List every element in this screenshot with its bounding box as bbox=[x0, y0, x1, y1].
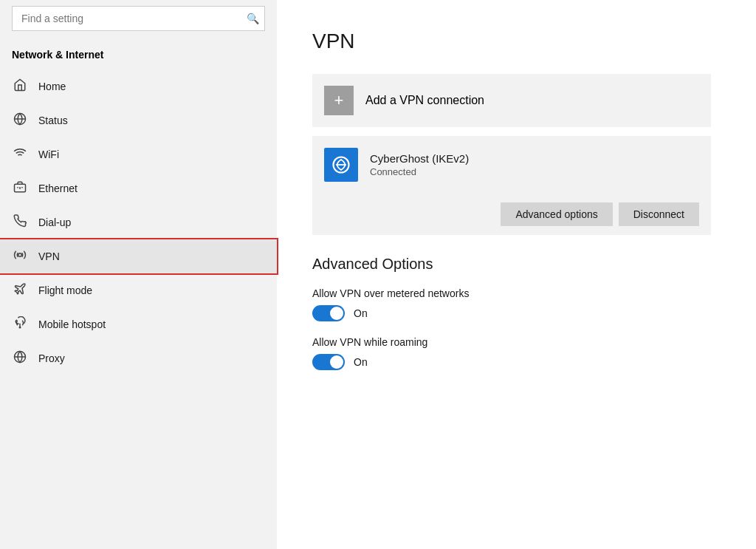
add-icon: + bbox=[324, 86, 354, 115]
sidebar-item-label: VPN bbox=[38, 250, 60, 262]
sidebar-item-label: Status bbox=[38, 115, 68, 126]
toggle-thumb-metered bbox=[330, 307, 343, 320]
section-label: Network & Internet bbox=[0, 43, 277, 69]
toggle-label-roaming: On bbox=[354, 356, 368, 368]
toggle-track-metered bbox=[312, 305, 345, 321]
search-icon: 🔍 bbox=[247, 13, 259, 24]
toggle-row-metered: On bbox=[312, 305, 721, 321]
vpn-name: CyberGhost (IKEv2) bbox=[370, 152, 469, 165]
wifi-icon bbox=[12, 146, 28, 163]
disconnect-button[interactable]: Disconnect bbox=[619, 202, 699, 226]
vpn-logo bbox=[324, 148, 358, 182]
toggle-label-metered: On bbox=[354, 307, 368, 319]
status-icon bbox=[12, 112, 28, 129]
sidebar-item-mobilehotspot[interactable]: Mobile hotspot bbox=[0, 307, 277, 341]
sidebar-item-label: WiFi bbox=[38, 149, 59, 160]
vpn-icon bbox=[12, 248, 28, 265]
option-roaming: Allow VPN while roaming On bbox=[312, 336, 721, 370]
sidebar-item-label: Home bbox=[38, 81, 66, 92]
ethernet-icon bbox=[12, 180, 28, 197]
sidebar-item-proxy[interactable]: Proxy bbox=[0, 341, 277, 375]
vpn-card-header: CyberGhost (IKEv2) Connected bbox=[312, 136, 711, 194]
option-metered-label: Allow VPN over metered networks bbox=[312, 287, 721, 299]
sidebar-item-ethernet[interactable]: Ethernet bbox=[0, 171, 277, 205]
sidebar-item-vpn[interactable]: VPN bbox=[0, 239, 277, 273]
advanced-options-button[interactable]: Advanced options bbox=[501, 202, 612, 226]
option-metered-networks: Allow VPN over metered networks On bbox=[312, 287, 721, 321]
add-vpn-label: Add a VPN connection bbox=[365, 94, 484, 107]
dialup-icon bbox=[12, 214, 28, 231]
advanced-options-title: Advanced Options bbox=[312, 256, 721, 273]
svg-point-7 bbox=[18, 253, 22, 257]
toggle-roaming[interactable] bbox=[312, 354, 345, 370]
sidebar-item-label: Proxy bbox=[38, 352, 65, 364]
vpn-card: CyberGhost (IKEv2) Connected Advanced op… bbox=[312, 136, 711, 235]
main-content: VPN + Add a VPN connection CyberGhost (I… bbox=[277, 0, 756, 549]
sidebar-item-home[interactable]: Home bbox=[0, 69, 277, 103]
toggle-metered[interactable] bbox=[312, 305, 345, 321]
flightmode-icon bbox=[12, 282, 28, 299]
toggle-thumb-roaming bbox=[330, 355, 343, 369]
mobilehotspot-icon bbox=[12, 316, 28, 333]
search-input[interactable] bbox=[12, 6, 265, 31]
vpn-info: CyberGhost (IKEv2) Connected bbox=[370, 152, 469, 177]
vpn-card-actions: Advanced options Disconnect bbox=[312, 194, 711, 235]
sidebar-item-label: Ethernet bbox=[38, 183, 78, 194]
sidebar-item-label: Flight mode bbox=[38, 284, 92, 296]
search-box: 🔍 bbox=[12, 6, 265, 31]
sidebar-item-label: Dial-up bbox=[38, 216, 71, 228]
sidebar-item-dialup[interactable]: Dial-up bbox=[0, 205, 277, 239]
vpn-status: Connected bbox=[370, 166, 469, 177]
toggle-track-roaming bbox=[312, 354, 345, 370]
page-title: VPN bbox=[312, 30, 721, 53]
sidebar-item-label: Mobile hotspot bbox=[38, 318, 106, 330]
sidebar-item-wifi[interactable]: WiFi bbox=[0, 137, 277, 171]
sidebar-item-status[interactable]: Status bbox=[0, 103, 277, 137]
option-roaming-label: Allow VPN while roaming bbox=[312, 336, 721, 348]
home-icon bbox=[12, 78, 28, 95]
toggle-row-roaming: On bbox=[312, 354, 721, 370]
sidebar-item-flightmode[interactable]: Flight mode bbox=[0, 273, 277, 307]
proxy-icon bbox=[12, 350, 28, 366]
add-vpn-button[interactable]: + Add a VPN connection bbox=[312, 74, 711, 127]
sidebar: 🔍 Network & Internet Home Status bbox=[0, 0, 277, 549]
